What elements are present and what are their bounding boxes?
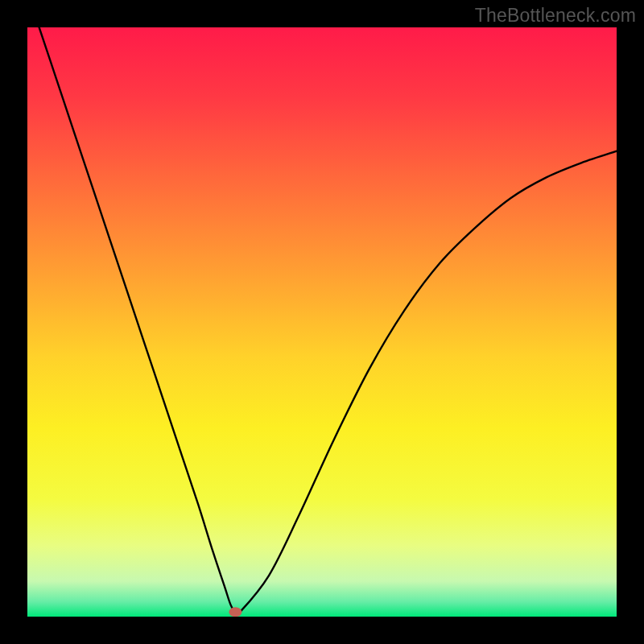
chart-frame: TheBottleneck.com [0, 0, 644, 644]
chart-svg [27, 27, 617, 617]
current-point-marker [229, 607, 242, 617]
gradient-background [27, 27, 617, 617]
watermark-text: TheBottleneck.com [475, 5, 636, 27]
plot-area [27, 27, 617, 617]
